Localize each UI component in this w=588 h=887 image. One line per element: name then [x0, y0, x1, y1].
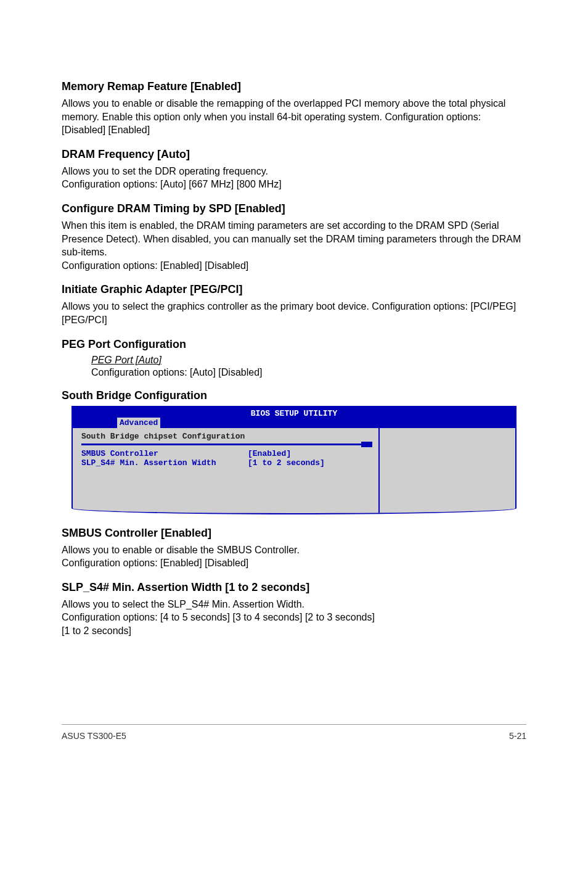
bios-setup-screenshot: BIOS SETUP UTILITY Advanced South Bridge…	[71, 406, 517, 514]
section-south-bridge: South Bridge Configuration	[62, 389, 526, 402]
bios-panel-title: South Bridge chipset Configuration	[81, 432, 372, 444]
subbody-peg-port: Configuration options: [Auto] [Disabled]	[91, 367, 526, 378]
section-smbus: SMBUS Controller [Enabled] Allows you to…	[62, 527, 526, 570]
heading-slp-s4: SLP_S4# Min. Assertion Width [1 to 2 sec…	[62, 581, 526, 594]
footer-left: ASUS TS300-E5	[62, 731, 126, 741]
body-slp-s4: Allows you to select the SLP_S4# Min. As…	[62, 598, 526, 638]
heading-initiate-graphic: Initiate Graphic Adapter [PEG/PCI]	[62, 283, 526, 296]
heading-smbus: SMBUS Controller [Enabled]	[62, 527, 526, 540]
footer-right: 5-21	[509, 731, 526, 741]
body-dram-freq: Allows you to set the DDR operating freq…	[62, 165, 526, 191]
section-dram-freq: DRAM Frequency [Auto] Allows you to set …	[62, 148, 526, 191]
bios-label-smbus: SMBUS Controller	[81, 449, 248, 458]
bios-row-smbus: SMBUS Controller [Enabled]	[81, 449, 372, 458]
bios-value-smbus: [Enabled]	[248, 449, 291, 458]
bios-label-slp: SLP_S4# Min. Assertion Width	[81, 458, 248, 468]
heading-dram-timing: Configure DRAM Timing by SPD [Enabled]	[62, 202, 526, 215]
bios-divider	[81, 444, 372, 445]
bios-right-panel	[380, 428, 515, 513]
bios-tab-advanced: Advanced	[117, 418, 160, 428]
heading-south-bridge: South Bridge Configuration	[62, 389, 526, 402]
bios-utility-title: BIOS SETUP UTILITY	[73, 409, 515, 418]
bios-value-slp: [1 to 2 seconds]	[248, 458, 325, 468]
section-slp-s4: SLP_S4# Min. Assertion Width [1 to 2 sec…	[62, 581, 526, 638]
heading-memory-remap: Memory Remap Feature [Enabled]	[62, 80, 526, 93]
body-initiate-graphic: Allows you to select the graphics contro…	[62, 300, 526, 326]
page-footer: ASUS TS300-E5 5-21	[62, 724, 526, 741]
heading-dram-freq: DRAM Frequency [Auto]	[62, 148, 526, 161]
section-memory-remap: Memory Remap Feature [Enabled] Allows yo…	[62, 80, 526, 137]
bios-left-panel: South Bridge chipset Configuration SMBUS…	[73, 428, 380, 513]
heading-peg-port: PEG Port Configuration	[62, 338, 526, 351]
bios-body: South Bridge chipset Configuration SMBUS…	[71, 428, 517, 514]
section-initiate-graphic: Initiate Graphic Adapter [PEG/PCI] Allow…	[62, 283, 526, 326]
body-memory-remap: Allows you to enable or disable the rema…	[62, 97, 526, 137]
section-peg-port: PEG Port Configuration PEG Port [Auto] C…	[62, 338, 526, 378]
section-dram-timing: Configure DRAM Timing by SPD [Enabled] W…	[62, 202, 526, 272]
bios-header: BIOS SETUP UTILITY Advanced	[71, 406, 517, 428]
subheading-peg-port: PEG Port [Auto]	[91, 355, 526, 366]
bios-row-slp: SLP_S4# Min. Assertion Width [1 to 2 sec…	[81, 458, 372, 468]
body-dram-timing: When this item is enabled, the DRAM timi…	[62, 219, 526, 272]
body-smbus: Allows you to enable or disable the SMBU…	[62, 543, 526, 570]
